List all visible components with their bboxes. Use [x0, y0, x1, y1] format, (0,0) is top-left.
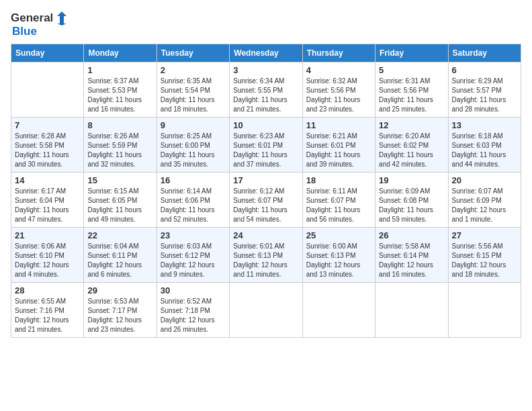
day-number: 22 [87, 230, 152, 240]
header-thursday: Thursday [302, 44, 375, 62]
day-number: 11 [306, 120, 371, 130]
calendar-week-row: 21Sunrise: 6:06 AMSunset: 6:10 PMDayligh… [11, 227, 521, 282]
logo-bird-icon [54, 11, 69, 26]
day-info: Sunrise: 6:09 AMSunset: 6:08 PMDaylight:… [379, 187, 444, 224]
header-monday: Monday [84, 44, 157, 62]
day-number: 9 [161, 120, 226, 130]
day-number: 26 [379, 230, 444, 240]
header-saturday: Saturday [448, 44, 521, 62]
calendar-cell: 16Sunrise: 6:14 AMSunset: 6:06 PMDayligh… [157, 172, 229, 227]
day-info: Sunrise: 6:26 AMSunset: 5:59 PMDaylight:… [87, 132, 152, 169]
logo-container: General Blue [11, 11, 69, 38]
calendar-cell: 27Sunrise: 5:56 AMSunset: 6:15 PMDayligh… [448, 227, 521, 282]
day-number: 27 [452, 230, 517, 240]
day-number: 8 [87, 120, 152, 130]
day-info: Sunrise: 6:55 AMSunset: 7:16 PMDaylight:… [15, 297, 80, 334]
day-number: 28 [15, 285, 80, 295]
calendar-cell: 20Sunrise: 6:07 AMSunset: 6:09 PMDayligh… [448, 172, 521, 227]
calendar-cell: 17Sunrise: 6:12 AMSunset: 6:07 PMDayligh… [230, 172, 302, 227]
calendar-header-row: SundayMondayTuesdayWednesdayThursdayFrid… [11, 44, 521, 62]
day-info: Sunrise: 5:58 AMSunset: 6:14 PMDaylight:… [379, 242, 444, 279]
day-info: Sunrise: 6:23 AMSunset: 6:01 PMDaylight:… [233, 132, 298, 169]
header-sunday: Sunday [11, 44, 84, 62]
day-number: 1 [87, 65, 152, 75]
calendar-cell: 24Sunrise: 6:01 AMSunset: 6:13 PMDayligh… [230, 227, 302, 282]
calendar-cell [375, 282, 448, 337]
calendar-cell: 18Sunrise: 6:11 AMSunset: 6:07 PMDayligh… [302, 172, 375, 227]
day-info: Sunrise: 6:35 AMSunset: 5:54 PMDaylight:… [161, 77, 226, 114]
day-number: 30 [161, 285, 226, 295]
calendar-cell: 5Sunrise: 6:31 AMSunset: 5:56 PMDaylight… [375, 62, 448, 117]
day-number: 20 [452, 175, 517, 185]
day-info: Sunrise: 6:01 AMSunset: 6:13 PMDaylight:… [233, 242, 298, 279]
day-number: 29 [87, 285, 152, 295]
calendar-cell: 7Sunrise: 6:28 AMSunset: 5:58 PMDaylight… [11, 117, 84, 172]
page-header: General Blue [11, 11, 521, 38]
day-info: Sunrise: 6:21 AMSunset: 6:01 PMDaylight:… [306, 132, 371, 169]
day-number: 14 [15, 175, 80, 185]
calendar-cell: 19Sunrise: 6:09 AMSunset: 6:08 PMDayligh… [375, 172, 448, 227]
day-info: Sunrise: 6:28 AMSunset: 5:58 PMDaylight:… [15, 132, 80, 169]
day-number: 12 [379, 120, 444, 130]
calendar-cell: 30Sunrise: 6:52 AMSunset: 7:18 PMDayligh… [157, 282, 229, 337]
calendar-cell [302, 282, 375, 337]
calendar-table: SundayMondayTuesdayWednesdayThursdayFrid… [11, 44, 521, 338]
day-info: Sunrise: 6:52 AMSunset: 7:18 PMDaylight:… [161, 297, 226, 334]
calendar-cell: 21Sunrise: 6:06 AMSunset: 6:10 PMDayligh… [11, 227, 84, 282]
day-number: 25 [306, 230, 371, 240]
day-number: 3 [233, 65, 298, 75]
calendar-cell: 12Sunrise: 6:20 AMSunset: 6:02 PMDayligh… [375, 117, 448, 172]
day-info: Sunrise: 5:56 AMSunset: 6:15 PMDaylight:… [452, 242, 517, 279]
day-number: 15 [87, 175, 152, 185]
day-number: 24 [233, 230, 298, 240]
logo: General Blue [11, 11, 69, 38]
day-info: Sunrise: 6:18 AMSunset: 6:03 PMDaylight:… [452, 132, 517, 169]
calendar-cell: 1Sunrise: 6:37 AMSunset: 5:53 PMDaylight… [84, 62, 157, 117]
logo-blue: Blue [12, 26, 69, 38]
day-info: Sunrise: 6:29 AMSunset: 5:57 PMDaylight:… [452, 77, 517, 114]
calendar-week-row: 1Sunrise: 6:37 AMSunset: 5:53 PMDaylight… [11, 62, 521, 117]
calendar-cell: 22Sunrise: 6:04 AMSunset: 6:11 PMDayligh… [84, 227, 157, 282]
day-number: 10 [233, 120, 298, 130]
calendar-cell: 11Sunrise: 6:21 AMSunset: 6:01 PMDayligh… [302, 117, 375, 172]
day-number: 16 [161, 175, 226, 185]
svg-marker-0 [57, 11, 66, 26]
day-info: Sunrise: 6:11 AMSunset: 6:07 PMDaylight:… [306, 187, 371, 224]
day-number: 2 [161, 65, 226, 75]
day-info: Sunrise: 6:00 AMSunset: 6:13 PMDaylight:… [306, 242, 371, 279]
logo-general: General [11, 12, 53, 25]
calendar-cell: 9Sunrise: 6:25 AMSunset: 6:00 PMDaylight… [157, 117, 229, 172]
day-number: 21 [15, 230, 80, 240]
header-tuesday: Tuesday [157, 44, 229, 62]
calendar-cell: 26Sunrise: 5:58 AMSunset: 6:14 PMDayligh… [375, 227, 448, 282]
calendar-cell: 25Sunrise: 6:00 AMSunset: 6:13 PMDayligh… [302, 227, 375, 282]
calendar-week-row: 7Sunrise: 6:28 AMSunset: 5:58 PMDaylight… [11, 117, 521, 172]
day-number: 18 [306, 175, 371, 185]
day-info: Sunrise: 6:53 AMSunset: 7:17 PMDaylight:… [87, 297, 152, 334]
day-number: 7 [15, 120, 80, 130]
calendar-week-row: 14Sunrise: 6:17 AMSunset: 6:04 PMDayligh… [11, 172, 521, 227]
calendar-cell: 28Sunrise: 6:55 AMSunset: 7:16 PMDayligh… [11, 282, 84, 337]
calendar-cell: 29Sunrise: 6:53 AMSunset: 7:17 PMDayligh… [84, 282, 157, 337]
calendar-cell [11, 62, 84, 117]
calendar-cell: 10Sunrise: 6:23 AMSunset: 6:01 PMDayligh… [230, 117, 302, 172]
calendar-cell: 2Sunrise: 6:35 AMSunset: 5:54 PMDaylight… [157, 62, 229, 117]
calendar-cell: 4Sunrise: 6:32 AMSunset: 5:56 PMDaylight… [302, 62, 375, 117]
calendar-cell: 8Sunrise: 6:26 AMSunset: 5:59 PMDaylight… [84, 117, 157, 172]
calendar-week-row: 28Sunrise: 6:55 AMSunset: 7:16 PMDayligh… [11, 282, 521, 337]
calendar-cell: 3Sunrise: 6:34 AMSunset: 5:55 PMDaylight… [230, 62, 302, 117]
day-info: Sunrise: 6:12 AMSunset: 6:07 PMDaylight:… [233, 187, 298, 224]
day-info: Sunrise: 6:17 AMSunset: 6:04 PMDaylight:… [15, 187, 80, 224]
day-number: 6 [452, 65, 517, 75]
day-number: 17 [233, 175, 298, 185]
day-info: Sunrise: 6:31 AMSunset: 5:56 PMDaylight:… [379, 77, 444, 114]
day-info: Sunrise: 6:04 AMSunset: 6:11 PMDaylight:… [87, 242, 152, 279]
day-info: Sunrise: 6:20 AMSunset: 6:02 PMDaylight:… [379, 132, 444, 169]
day-info: Sunrise: 6:07 AMSunset: 6:09 PMDaylight:… [452, 187, 517, 224]
calendar-cell [230, 282, 302, 337]
day-info: Sunrise: 6:37 AMSunset: 5:53 PMDaylight:… [87, 77, 152, 114]
day-info: Sunrise: 6:14 AMSunset: 6:06 PMDaylight:… [161, 187, 226, 224]
calendar-cell [448, 282, 521, 337]
day-info: Sunrise: 6:06 AMSunset: 6:10 PMDaylight:… [15, 242, 80, 279]
calendar-cell: 15Sunrise: 6:15 AMSunset: 6:05 PMDayligh… [84, 172, 157, 227]
